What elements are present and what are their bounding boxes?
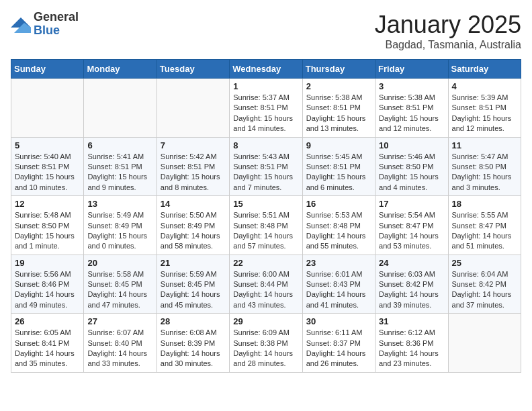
calendar-cell: 30Sunrise: 6:11 AM Sunset: 8:37 PM Dayli… [302, 314, 375, 373]
day-number: 2 [306, 81, 371, 91]
day-info: Sunrise: 5:54 AM Sunset: 8:47 PM Dayligh… [379, 210, 444, 252]
title-block: January 2025 Bagdad, Tasmania, Australia [375, 11, 521, 51]
calendar-week-row: 19Sunrise: 5:56 AM Sunset: 8:46 PM Dayli… [11, 255, 521, 314]
day-number: 30 [306, 316, 371, 326]
day-info: Sunrise: 5:38 AM Sunset: 8:51 PM Dayligh… [379, 93, 444, 134]
calendar-cell: 29Sunrise: 6:09 AM Sunset: 8:38 PM Dayli… [230, 314, 302, 373]
calendar-cell: 31Sunrise: 6:12 AM Sunset: 8:36 PM Dayli… [375, 314, 448, 373]
day-info: Sunrise: 5:50 AM Sunset: 8:49 PM Dayligh… [161, 210, 226, 252]
day-info: Sunrise: 5:51 AM Sunset: 8:48 PM Dayligh… [233, 210, 298, 252]
day-number: 28 [161, 316, 226, 326]
calendar-cell: 4Sunrise: 5:39 AM Sunset: 8:51 PM Daylig… [448, 79, 521, 138]
location: Bagdad, Tasmania, Australia [375, 39, 521, 51]
day-number: 26 [15, 316, 80, 326]
calendar-cell: 18Sunrise: 5:55 AM Sunset: 8:47 PM Dayli… [448, 196, 521, 255]
calendar-week-row: 1Sunrise: 5:37 AM Sunset: 8:51 PM Daylig… [11, 79, 521, 138]
day-info: Sunrise: 6:07 AM Sunset: 8:40 PM Dayligh… [87, 328, 152, 369]
day-info: Sunrise: 6:01 AM Sunset: 8:43 PM Dayligh… [306, 269, 371, 311]
day-info: Sunrise: 5:37 AM Sunset: 8:51 PM Dayligh… [233, 93, 298, 134]
calendar-cell: 1Sunrise: 5:37 AM Sunset: 8:51 PM Daylig… [230, 79, 302, 138]
day-info: Sunrise: 5:59 AM Sunset: 8:45 PM Dayligh… [161, 269, 226, 311]
day-info: Sunrise: 5:49 AM Sunset: 8:49 PM Dayligh… [87, 210, 152, 252]
calendar-cell: 27Sunrise: 6:07 AM Sunset: 8:40 PM Dayli… [84, 314, 157, 373]
day-info: Sunrise: 5:41 AM Sunset: 8:51 PM Dayligh… [87, 152, 152, 193]
day-number: 16 [306, 199, 371, 209]
calendar-header-thursday: Thursday [302, 60, 375, 79]
calendar-cell: 5Sunrise: 5:40 AM Sunset: 8:51 PM Daylig… [11, 137, 84, 196]
day-number: 12 [15, 199, 80, 209]
day-number: 1 [233, 81, 298, 91]
day-number: 17 [379, 199, 444, 209]
day-number: 13 [87, 199, 152, 209]
calendar-cell: 21Sunrise: 5:59 AM Sunset: 8:45 PM Dayli… [157, 255, 229, 314]
day-info: Sunrise: 5:43 AM Sunset: 8:51 PM Dayligh… [233, 152, 298, 193]
day-number: 9 [306, 140, 371, 150]
calendar-cell [157, 79, 229, 138]
calendar-header-row: SundayMondayTuesdayWednesdayThursdayFrid… [11, 60, 521, 79]
calendar-header-wednesday: Wednesday [230, 60, 302, 79]
month-title: January 2025 [375, 11, 521, 39]
calendar-cell: 7Sunrise: 5:42 AM Sunset: 8:51 PM Daylig… [157, 137, 229, 196]
calendar-cell: 6Sunrise: 5:41 AM Sunset: 8:51 PM Daylig… [84, 137, 157, 196]
day-info: Sunrise: 6:12 AM Sunset: 8:36 PM Dayligh… [379, 328, 444, 369]
day-info: Sunrise: 5:39 AM Sunset: 8:51 PM Dayligh… [452, 93, 517, 134]
calendar-cell: 16Sunrise: 5:53 AM Sunset: 8:48 PM Dayli… [302, 196, 375, 255]
day-number: 10 [379, 140, 444, 150]
calendar-cell [11, 79, 84, 138]
logo-blue-text: Blue [34, 24, 79, 38]
day-number: 11 [452, 140, 517, 150]
day-info: Sunrise: 5:58 AM Sunset: 8:45 PM Dayligh… [87, 269, 152, 311]
day-info: Sunrise: 5:55 AM Sunset: 8:47 PM Dayligh… [452, 210, 517, 252]
calendar-cell: 2Sunrise: 5:38 AM Sunset: 8:51 PM Daylig… [302, 79, 375, 138]
day-info: Sunrise: 6:08 AM Sunset: 8:39 PM Dayligh… [161, 328, 226, 369]
day-info: Sunrise: 5:46 AM Sunset: 8:50 PM Dayligh… [379, 152, 444, 193]
page-header: General Blue January 2025 Bagdad, Tasman… [11, 11, 521, 51]
calendar-cell: 28Sunrise: 6:08 AM Sunset: 8:39 PM Dayli… [157, 314, 229, 373]
day-number: 21 [161, 258, 226, 268]
calendar-cell: 19Sunrise: 5:56 AM Sunset: 8:46 PM Dayli… [11, 255, 84, 314]
calendar-cell: 17Sunrise: 5:54 AM Sunset: 8:47 PM Dayli… [375, 196, 448, 255]
calendar-cell: 23Sunrise: 6:01 AM Sunset: 8:43 PM Dayli… [302, 255, 375, 314]
day-number: 23 [306, 258, 371, 268]
calendar-cell: 24Sunrise: 6:03 AM Sunset: 8:42 PM Dayli… [375, 255, 448, 314]
calendar-cell: 12Sunrise: 5:48 AM Sunset: 8:50 PM Dayli… [11, 196, 84, 255]
day-number: 7 [161, 140, 226, 150]
day-number: 15 [233, 199, 298, 209]
calendar-header-monday: Monday [84, 60, 157, 79]
calendar-cell: 20Sunrise: 5:58 AM Sunset: 8:45 PM Dayli… [84, 255, 157, 314]
day-number: 3 [379, 81, 444, 91]
day-info: Sunrise: 5:48 AM Sunset: 8:50 PM Dayligh… [15, 210, 80, 252]
calendar-cell: 15Sunrise: 5:51 AM Sunset: 8:48 PM Dayli… [230, 196, 302, 255]
calendar-week-row: 26Sunrise: 6:05 AM Sunset: 8:41 PM Dayli… [11, 314, 521, 373]
logo-text: General Blue [34, 11, 79, 38]
logo: General Blue [11, 11, 79, 38]
calendar-cell: 14Sunrise: 5:50 AM Sunset: 8:49 PM Dayli… [157, 196, 229, 255]
day-number: 31 [379, 316, 444, 326]
day-info: Sunrise: 6:04 AM Sunset: 8:42 PM Dayligh… [452, 269, 517, 311]
calendar-table: SundayMondayTuesdayWednesdayThursdayFrid… [11, 59, 521, 373]
day-number: 29 [233, 316, 298, 326]
calendar-cell [448, 314, 521, 373]
day-number: 27 [87, 316, 152, 326]
calendar-cell: 13Sunrise: 5:49 AM Sunset: 8:49 PM Dayli… [84, 196, 157, 255]
day-number: 14 [161, 199, 226, 209]
logo-general-text: General [34, 11, 79, 24]
calendar-cell: 22Sunrise: 6:00 AM Sunset: 8:44 PM Dayli… [230, 255, 302, 314]
day-info: Sunrise: 5:56 AM Sunset: 8:46 PM Dayligh… [15, 269, 80, 311]
calendar-header-tuesday: Tuesday [157, 60, 229, 79]
day-info: Sunrise: 5:45 AM Sunset: 8:51 PM Dayligh… [306, 152, 371, 193]
calendar-cell: 10Sunrise: 5:46 AM Sunset: 8:50 PM Dayli… [375, 137, 448, 196]
logo-icon [11, 14, 31, 34]
day-info: Sunrise: 5:40 AM Sunset: 8:51 PM Dayligh… [15, 152, 80, 193]
calendar-cell: 26Sunrise: 6:05 AM Sunset: 8:41 PM Dayli… [11, 314, 84, 373]
day-number: 22 [233, 258, 298, 268]
day-info: Sunrise: 5:38 AM Sunset: 8:51 PM Dayligh… [306, 93, 371, 134]
calendar-cell: 25Sunrise: 6:04 AM Sunset: 8:42 PM Dayli… [448, 255, 521, 314]
day-number: 8 [233, 140, 298, 150]
day-info: Sunrise: 6:09 AM Sunset: 8:38 PM Dayligh… [233, 328, 298, 369]
day-number: 6 [87, 140, 152, 150]
day-info: Sunrise: 5:53 AM Sunset: 8:48 PM Dayligh… [306, 210, 371, 252]
calendar-cell [84, 79, 157, 138]
day-number: 24 [379, 258, 444, 268]
calendar-header-saturday: Saturday [448, 60, 521, 79]
